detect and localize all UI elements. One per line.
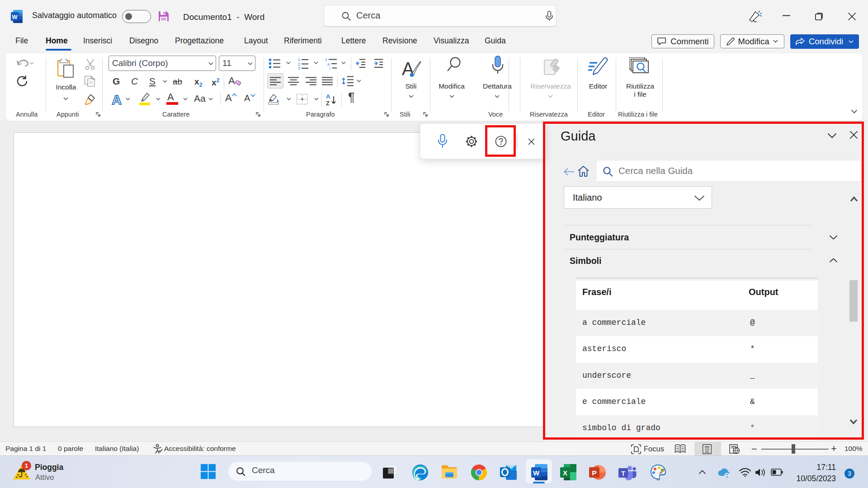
svg-text:A: A	[112, 93, 122, 106]
svg-text:i: i	[330, 66, 330, 70]
svg-text:T: T	[621, 470, 625, 477]
svg-text:W: W	[533, 469, 540, 477]
svg-text:3: 3	[298, 66, 300, 70]
svg-text:1: 1	[298, 57, 300, 62]
svg-text:a: a	[327, 62, 330, 66]
svg-text:X: X	[563, 469, 567, 477]
svg-text:1: 1	[325, 57, 327, 62]
svg-text:P: P	[592, 469, 596, 477]
svg-text:W: W	[12, 14, 18, 20]
svg-text:Z: Z	[326, 100, 330, 106]
svg-text:2: 2	[298, 62, 300, 66]
svg-text:A: A	[326, 94, 330, 100]
